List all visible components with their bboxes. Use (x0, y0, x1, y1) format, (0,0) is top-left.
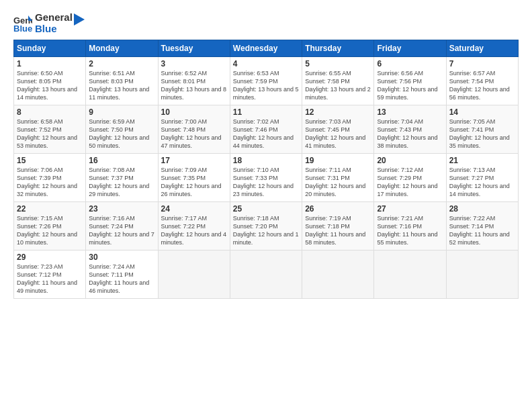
day-info: Sunrise: 6:52 AMSunset: 8:01 PMDaylight:… (161, 69, 227, 102)
logo-blue: Blue (35, 24, 73, 35)
day-number: 16 (89, 156, 154, 165)
day-number: 4 (233, 59, 299, 68)
day-number: 22 (17, 204, 83, 214)
day-number: 17 (161, 156, 227, 165)
calendar-cell: 27Sunrise: 7:21 AMSunset: 7:16 PMDayligh… (374, 202, 446, 250)
day-info: Sunrise: 6:56 AMSunset: 7:56 PMDaylight:… (377, 69, 443, 102)
calendar-cell: 29Sunrise: 7:23 AMSunset: 7:12 PMDayligh… (14, 250, 86, 299)
page: General Blue General Blue SundayMondayTu… (0, 0, 532, 411)
calendar-cell: 1Sunrise: 6:50 AMSunset: 8:05 PMDaylight… (14, 57, 86, 105)
day-number: 2 (89, 59, 154, 68)
day-number: 11 (233, 107, 299, 117)
calendar-cell: 5Sunrise: 6:55 AMSunset: 7:58 PMDaylight… (302, 57, 374, 105)
day-info: Sunrise: 7:24 AMSunset: 7:11 PMDaylight:… (89, 263, 154, 295)
day-number: 5 (305, 59, 371, 68)
calendar-cell: 19Sunrise: 7:11 AMSunset: 7:31 PMDayligh… (302, 154, 374, 202)
day-info: Sunrise: 7:13 AMSunset: 7:27 PMDaylight:… (449, 166, 515, 199)
day-number: 20 (377, 156, 443, 165)
calendar-cell: 30Sunrise: 7:24 AMSunset: 7:11 PMDayligh… (86, 250, 158, 299)
calendar-cell: 28Sunrise: 7:22 AMSunset: 7:14 PMDayligh… (446, 202, 518, 250)
calendar-cell: 23Sunrise: 7:16 AMSunset: 7:24 PMDayligh… (86, 202, 158, 250)
logo-icon: General Blue (13, 14, 32, 33)
day-number: 6 (377, 59, 443, 68)
calendar-cell: 18Sunrise: 7:10 AMSunset: 7:33 PMDayligh… (230, 154, 302, 202)
calendar-cell: 2Sunrise: 6:51 AMSunset: 8:03 PMDaylight… (86, 57, 158, 105)
day-number: 14 (449, 107, 515, 117)
calendar-cell: 10Sunrise: 7:00 AMSunset: 7:48 PMDayligh… (158, 105, 230, 154)
calendar-cell: 17Sunrise: 7:09 AMSunset: 7:35 PMDayligh… (158, 154, 230, 202)
day-info: Sunrise: 7:16 AMSunset: 7:24 PMDaylight:… (89, 214, 154, 247)
day-info: Sunrise: 7:15 AMSunset: 7:26 PMDaylight:… (17, 214, 83, 247)
calendar-cell: 7Sunrise: 6:57 AMSunset: 7:54 PMDaylight… (446, 57, 518, 105)
day-info: Sunrise: 7:18 AMSunset: 7:20 PMDaylight:… (233, 214, 299, 247)
day-info: Sunrise: 6:53 AMSunset: 7:59 PMDaylight:… (233, 69, 299, 102)
calendar-table: SundayMondayTuesdayWednesdayThursdayFrid… (13, 40, 519, 299)
day-info: Sunrise: 7:21 AMSunset: 7:16 PMDaylight:… (377, 214, 443, 247)
day-info: Sunrise: 6:50 AMSunset: 8:05 PMDaylight:… (17, 69, 83, 102)
day-info: Sunrise: 7:03 AMSunset: 7:45 PMDaylight:… (305, 118, 371, 150)
calendar-cell: 8Sunrise: 6:58 AMSunset: 7:52 PMDaylight… (14, 105, 86, 154)
calendar-cell: 14Sunrise: 7:05 AMSunset: 7:41 PMDayligh… (446, 105, 518, 154)
weekday-header-monday: Monday (86, 40, 158, 57)
calendar-cell (446, 250, 518, 299)
day-info: Sunrise: 7:04 AMSunset: 7:43 PMDaylight:… (377, 118, 443, 150)
day-info: Sunrise: 6:55 AMSunset: 7:58 PMDaylight:… (305, 69, 371, 102)
weekday-header-sunday: Sunday (14, 40, 86, 57)
day-info: Sunrise: 7:10 AMSunset: 7:33 PMDaylight:… (233, 166, 299, 199)
logo: General Blue General Blue (13, 12, 85, 34)
day-info: Sunrise: 6:59 AMSunset: 7:50 PMDaylight:… (89, 118, 154, 150)
day-info: Sunrise: 7:00 AMSunset: 7:48 PMDaylight:… (161, 118, 227, 150)
weekday-header-saturday: Saturday (446, 40, 518, 57)
calendar-cell: 24Sunrise: 7:17 AMSunset: 7:22 PMDayligh… (158, 202, 230, 250)
day-number: 19 (305, 156, 371, 165)
day-info: Sunrise: 7:08 AMSunset: 7:37 PMDaylight:… (89, 166, 154, 199)
day-number: 25 (233, 204, 299, 214)
day-number: 1 (17, 59, 83, 68)
svg-text:Blue: Blue (13, 24, 32, 33)
day-number: 8 (17, 107, 83, 117)
day-number: 13 (377, 107, 443, 117)
calendar-cell (158, 250, 230, 299)
day-number: 30 (89, 253, 154, 262)
day-number: 3 (161, 59, 227, 68)
calendar-cell: 12Sunrise: 7:03 AMSunset: 7:45 PMDayligh… (302, 105, 374, 154)
calendar-cell (230, 250, 302, 299)
day-number: 18 (233, 156, 299, 165)
day-info: Sunrise: 7:09 AMSunset: 7:35 PMDaylight:… (161, 166, 227, 199)
day-info: Sunrise: 7:23 AMSunset: 7:12 PMDaylight:… (17, 263, 83, 295)
logo-triangle (74, 13, 85, 26)
calendar-cell: 22Sunrise: 7:15 AMSunset: 7:26 PMDayligh… (14, 202, 86, 250)
calendar-cell: 3Sunrise: 6:52 AMSunset: 8:01 PMDaylight… (158, 57, 230, 105)
day-info: Sunrise: 7:02 AMSunset: 7:46 PMDaylight:… (233, 118, 299, 150)
day-number: 10 (161, 107, 227, 117)
day-info: Sunrise: 7:17 AMSunset: 7:22 PMDaylight:… (161, 214, 227, 247)
day-info: Sunrise: 7:12 AMSunset: 7:29 PMDaylight:… (377, 166, 443, 199)
svg-marker-3 (74, 13, 85, 26)
calendar-cell: 6Sunrise: 6:56 AMSunset: 7:56 PMDaylight… (374, 57, 446, 105)
calendar-cell: 13Sunrise: 7:04 AMSunset: 7:43 PMDayligh… (374, 105, 446, 154)
day-info: Sunrise: 7:11 AMSunset: 7:31 PMDaylight:… (305, 166, 371, 199)
calendar-cell: 4Sunrise: 6:53 AMSunset: 7:59 PMDaylight… (230, 57, 302, 105)
calendar-cell: 16Sunrise: 7:08 AMSunset: 7:37 PMDayligh… (86, 154, 158, 202)
calendar-cell: 25Sunrise: 7:18 AMSunset: 7:20 PMDayligh… (230, 202, 302, 250)
weekday-header-friday: Friday (374, 40, 446, 57)
calendar-cell (302, 250, 374, 299)
calendar-cell: 21Sunrise: 7:13 AMSunset: 7:27 PMDayligh… (446, 154, 518, 202)
day-number: 12 (305, 107, 371, 117)
day-info: Sunrise: 6:51 AMSunset: 8:03 PMDaylight:… (89, 69, 154, 102)
day-number: 15 (17, 156, 83, 165)
day-info: Sunrise: 6:57 AMSunset: 7:54 PMDaylight:… (449, 69, 515, 102)
day-number: 23 (89, 204, 154, 214)
day-info: Sunrise: 7:22 AMSunset: 7:14 PMDaylight:… (449, 214, 515, 247)
calendar-cell: 26Sunrise: 7:19 AMSunset: 7:18 PMDayligh… (302, 202, 374, 250)
day-number: 26 (305, 204, 371, 214)
day-info: Sunrise: 6:58 AMSunset: 7:52 PMDaylight:… (17, 118, 83, 150)
calendar-cell: 15Sunrise: 7:06 AMSunset: 7:39 PMDayligh… (14, 154, 86, 202)
day-number: 27 (377, 204, 443, 214)
weekday-header-wednesday: Wednesday (230, 40, 302, 57)
day-number: 29 (17, 253, 83, 262)
day-number: 7 (449, 59, 515, 68)
day-info: Sunrise: 7:05 AMSunset: 7:41 PMDaylight:… (449, 118, 515, 150)
day-number: 21 (449, 156, 515, 165)
calendar-cell: 11Sunrise: 7:02 AMSunset: 7:46 PMDayligh… (230, 105, 302, 154)
